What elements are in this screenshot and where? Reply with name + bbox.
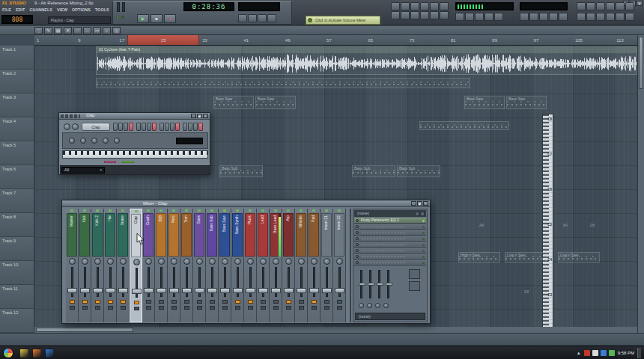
mixer-strip[interactable]: Pluck	[244, 209, 257, 322]
fx-slot-knob[interactable]	[356, 231, 359, 234]
strip-pan-knob[interactable]	[311, 258, 318, 265]
strip-pan-knob[interactable]	[285, 258, 292, 265]
strip-fx-led[interactable]	[159, 300, 164, 304]
toolbar-button[interactable]	[577, 2, 586, 10]
strip-switch[interactable]	[261, 306, 266, 310]
toolbar-button[interactable]	[494, 13, 503, 21]
strip-fader-handle[interactable]	[207, 288, 217, 293]
strip-fx-led[interactable]	[248, 300, 253, 304]
toolbar-button[interactable]	[420, 11, 429, 19]
step-cell[interactable]	[183, 123, 187, 131]
menu-item-options[interactable]: OPTIONS	[72, 8, 91, 13]
mixer-strip[interactable]: Arp	[282, 209, 295, 322]
toolbar-button[interactable]	[465, 13, 474, 21]
mixer-strip[interactable]: Perc	[168, 209, 180, 322]
mixer-strip[interactable]: Bass Sub	[206, 209, 219, 322]
fx-send-selector[interactable]: (none)	[354, 210, 426, 217]
fx-slot-knob[interactable]	[356, 255, 359, 258]
start-button[interactable]	[3, 348, 13, 358]
strip-fx-led[interactable]	[273, 300, 279, 304]
strip-fader-handle[interactable]	[132, 289, 142, 294]
fx-slot[interactable]	[354, 254, 426, 260]
step-cell[interactable]	[129, 123, 133, 131]
step-cell[interactable]	[142, 123, 146, 131]
menu-item-channels[interactable]: CHANNELS	[29, 8, 52, 13]
fx-output-selector[interactable]: (none)	[355, 313, 425, 320]
toolbar-button[interactable]	[529, 13, 538, 21]
maximize-button[interactable]: ▣	[197, 114, 202, 118]
toolbar-button[interactable]	[606, 13, 615, 21]
strip-pan-knob[interactable]	[82, 258, 88, 265]
step-cell[interactable]	[170, 123, 174, 131]
mixer-strip[interactable]: Crash	[142, 209, 155, 322]
strip-switch[interactable]	[337, 306, 342, 310]
track-header[interactable]: Track 2	[0, 70, 34, 93]
tray-expand-icon[interactable]: ▴	[576, 350, 582, 356]
strip-fader-handle[interactable]	[322, 288, 332, 293]
fx-slot-led[interactable]	[422, 232, 425, 234]
strip-pan-knob[interactable]	[133, 259, 140, 266]
strip-pan-knob[interactable]	[298, 258, 305, 265]
strip-fader-handle[interactable]	[106, 288, 115, 293]
strip-switch[interactable]	[70, 306, 75, 310]
detach-icon[interactable]: ⋮	[34, 27, 43, 34]
toolbar-button[interactable]	[410, 11, 419, 19]
strip-fx-led[interactable]	[312, 300, 317, 304]
pattern-clip[interactable]: Low n Saw	[558, 252, 600, 263]
toolbar-button[interactable]	[616, 2, 625, 10]
strip-fx-led[interactable]	[222, 300, 228, 304]
toolbar-button[interactable]	[596, 13, 605, 21]
step-cell[interactable]	[165, 123, 169, 131]
sampler-knob[interactable]	[69, 138, 75, 144]
slip-icon[interactable]: ↔	[83, 27, 91, 34]
pattern-clip[interactable]: High n Saw	[458, 252, 500, 263]
close-button[interactable]: ×	[203, 114, 208, 118]
mixer-strip[interactable]: Insert 22	[333, 209, 346, 322]
step-cell[interactable]	[152, 123, 157, 131]
strip-fader-handle[interactable]	[309, 288, 319, 293]
send-knob[interactable]	[375, 303, 380, 308]
strip-fx-led[interactable]	[197, 300, 202, 304]
send-slider-handle[interactable]	[359, 283, 365, 286]
fx-slot[interactable]	[354, 260, 426, 266]
strip-fx-led[interactable]	[299, 300, 304, 304]
fx-slot-led[interactable]	[422, 226, 425, 228]
strip-pan-knob[interactable]	[120, 258, 127, 265]
strip-switch[interactable]	[299, 306, 304, 310]
fx-slot-knob[interactable]	[356, 237, 359, 240]
mixer-strip[interactable]: Master	[66, 209, 79, 322]
audio-clip[interactable]: 01 Cyclone (feat. T-Pain)	[96, 46, 637, 75]
mixer-strip[interactable]: Bass	[193, 209, 206, 322]
step-cell[interactable]	[175, 123, 180, 131]
draw-icon[interactable]: ✎	[44, 27, 52, 34]
toolbar-button[interactable]	[539, 13, 548, 21]
toolbar-button[interactable]	[484, 13, 493, 21]
pattern-clip[interactable]: Low n Saw	[505, 252, 547, 263]
strip-pan-knob[interactable]	[336, 258, 343, 265]
toolbar-button[interactable]	[625, 2, 634, 10]
toolbar-button[interactable]	[596, 2, 605, 10]
fx-slot-led[interactable]	[422, 262, 425, 264]
pattern-clip[interactable]: Bass Saw	[213, 96, 254, 109]
send-slider-handle[interactable]	[386, 283, 392, 286]
toolbar-button[interactable]	[401, 2, 410, 10]
strip-fx-led[interactable]	[95, 300, 100, 304]
step-cell[interactable]	[160, 123, 164, 131]
pattern-clip[interactable]: Bass Saw	[464, 96, 505, 109]
strip-pan-knob[interactable]	[234, 258, 241, 265]
strip-fx-led[interactable]	[210, 300, 215, 304]
track-header[interactable]: Track 12	[0, 309, 34, 333]
play-button[interactable]: ▶	[137, 14, 149, 23]
close-button[interactable]: ×	[423, 201, 428, 206]
menu-item-file[interactable]: FILE	[2, 8, 11, 13]
tray-blue-icon[interactable]	[601, 350, 607, 356]
toolbar-button[interactable]	[391, 2, 400, 10]
fx-slot-led[interactable]	[422, 256, 425, 258]
main-pitch-slider[interactable]	[122, 2, 125, 12]
track-header[interactable]: Track 4	[0, 117, 34, 141]
fl-studio-icon[interactable]	[32, 349, 41, 358]
mixer-strip[interactable]: Snare	[117, 209, 130, 322]
strip-fx-led[interactable]	[184, 300, 189, 304]
strip-switch[interactable]	[312, 306, 317, 310]
toolbar-button[interactable]	[401, 11, 410, 19]
